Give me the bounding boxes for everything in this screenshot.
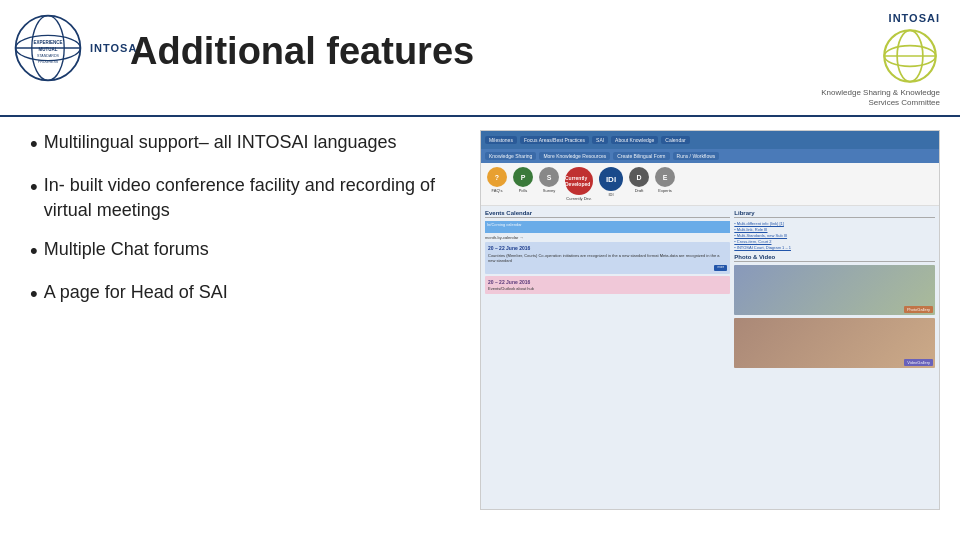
bullet-text-3: Multiple Chat forums <box>44 237 209 262</box>
ss-events-title: Events Calendar <box>485 210 730 218</box>
bullet-text-2: In- built video conference facility and … <box>44 173 460 223</box>
list-item: • In- built video conference facility an… <box>30 173 460 223</box>
ss-nav-item-2: Runs / Workflows <box>673 152 720 160</box>
ss-icon-faq: ? FAQ's <box>487 167 507 201</box>
ss-icon-idi: IDI IDI <box>599 167 623 201</box>
faq-icon: ? <box>487 167 507 187</box>
ss-icon-polls: P Polls <box>513 167 533 201</box>
ss-main-area: Events Calendar In/Coming calendar month… <box>481 206 939 510</box>
bullet-dot: • <box>30 280 38 309</box>
ss-nav-item: Focus Areas/Best Practices <box>520 136 589 144</box>
ss-event-desc-1: Countries (Member, Courts) Co-operation … <box>488 253 727 263</box>
ss-nav-item-2: More Knowledge Resources <box>539 152 610 160</box>
intosai-logo-right <box>880 26 940 86</box>
screenshot-content: Milestones Focus Areas/Best Practices SA… <box>481 131 939 509</box>
video-gallery-label: VideoGallery <box>904 359 933 366</box>
bullet-text-1: Multilingual support– all INTOSAI langua… <box>44 130 397 155</box>
bullet-text-4: A page for Head of SAI <box>44 280 228 305</box>
draft-label: Draft <box>635 188 644 193</box>
survey-icon: S <box>539 167 559 187</box>
list-item: • Multilingual support– all INTOSAI lang… <box>30 130 460 159</box>
ss-nav-item: Calendar <box>661 136 689 144</box>
ss-event-bar-1: In/Coming calendar <box>485 221 730 233</box>
ss-icon-survey: S Survey <box>539 167 559 201</box>
ss-more-button[interactable]: more <box>714 265 727 271</box>
ss-nav-item: SAI <box>592 136 608 144</box>
page-title: Additional features <box>130 30 474 73</box>
subtitle-text: Knowledge Sharing & Knowledge Services C… <box>821 88 940 109</box>
ss-events-col: Events Calendar In/Coming calendar month… <box>485 210 730 510</box>
ss-event-date-1: 20 – 22 June 2016 <box>488 245 727 252</box>
ss-nav-bar-1: Milestones Focus Areas/Best Practices SA… <box>481 131 939 149</box>
ss-icon-draft: D Draft <box>629 167 649 201</box>
ss-nav-item: About Knowledge <box>611 136 658 144</box>
ss-nav-item: Milestones <box>485 136 517 144</box>
page: EXPERIENCE MUTUAL STANDARDS PROGRESS INT… <box>0 0 960 540</box>
ss-event-date-2: 20 – 22 June 2016 <box>488 279 727 286</box>
draft-icon: D <box>629 167 649 187</box>
ss-icon-bar: ? FAQ's P Polls S Survey Currently Devel… <box>481 163 939 206</box>
faq-label: FAQ's <box>492 188 503 193</box>
ss-icon-current: Currently Developed Currently Dev. <box>565 167 593 201</box>
photo-gallery-label: PhotoGallery <box>904 306 933 313</box>
current-icon: Currently Developed <box>565 167 593 195</box>
ss-event-sub: month-by-calendar → <box>485 235 730 240</box>
svg-text:MUTUAL: MUTUAL <box>39 47 58 52</box>
ss-library-title: Library <box>734 210 935 218</box>
ss-event-card-1: 20 – 22 June 2016 Countries (Member, Cou… <box>485 242 730 274</box>
brand-name-right: INTOSAI <box>889 12 940 24</box>
experts-icon: E <box>655 167 675 187</box>
ss-nav-item-2: Create Bilingual Form <box>613 152 669 160</box>
polls-label: Polls <box>519 188 528 193</box>
svg-text:EXPERIENCE: EXPERIENCE <box>33 40 62 45</box>
polls-icon: P <box>513 167 533 187</box>
list-item: • A page for Head of SAI <box>30 280 460 309</box>
ss-event-card-2: 20 – 22 June 2016 Events/Outlook about h… <box>485 276 730 295</box>
list-item: • Multiple Chat forums <box>30 237 460 266</box>
ss-nav-item-2: Knowledge Sharing <box>485 152 536 160</box>
svg-text:STANDARDS: STANDARDS <box>37 54 60 58</box>
top-right-logo-area: INTOSAI Knowledge Sharing & Knowledge Se… <box>821 12 940 109</box>
ss-photo-title: Photo & Video <box>734 254 935 262</box>
ss-photo-section: Photo & Video PhotoGallery VideoGallery <box>734 254 935 371</box>
idi-label: IDI <box>608 192 613 197</box>
ss-icon-experts: E Experts <box>655 167 675 201</box>
screenshot-panel: Milestones Focus Areas/Best Practices SA… <box>480 130 940 510</box>
bullet-list: • Multilingual support– all INTOSAI lang… <box>30 130 460 322</box>
ss-library-section: Library • Multi-different info (link) [1… <box>734 210 935 251</box>
svg-text:PROGRESS: PROGRESS <box>38 60 59 64</box>
ss-library-link: • INTOSAI Court, Diagram 1 – 1 <box>734 245 935 251</box>
experts-label: Experts <box>658 188 672 193</box>
ss-event-desc-2: Events/Outlook about hub <box>488 286 727 291</box>
ss-right-col: Library • Multi-different info (link) [1… <box>734 210 935 510</box>
current-label: Currently Dev. <box>566 196 591 201</box>
bullet-dot: • <box>30 237 38 266</box>
survey-label: Survey <box>543 188 555 193</box>
top-left-logo-area: EXPERIENCE MUTUAL STANDARDS PROGRESS INT… <box>12 12 141 84</box>
idi-icon: IDI <box>599 167 623 191</box>
bullet-dot: • <box>30 130 38 159</box>
header-divider <box>0 115 960 117</box>
bullet-dot: • <box>30 173 38 202</box>
intosai-logo-left: EXPERIENCE MUTUAL STANDARDS PROGRESS <box>12 12 84 84</box>
ss-photo-2: VideoGallery <box>734 318 935 368</box>
ss-photo-1: PhotoGallery <box>734 265 935 315</box>
